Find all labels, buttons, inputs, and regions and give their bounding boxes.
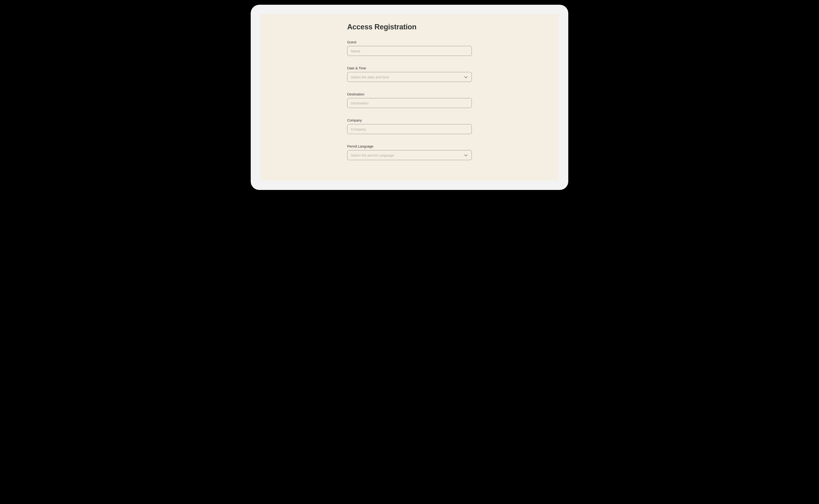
company-label: Company [347,118,472,122]
datetime-label: Date & Time [347,66,472,70]
content-area: Access Registration Guest Date & Time Se… [260,14,559,180]
datetime-field-group: Date & Time Select the date and time [347,66,472,82]
company-field-group: Company [347,118,472,134]
page-title: Access Registration [347,23,472,31]
company-input[interactable] [347,124,472,134]
permit-language-select-wrapper: Select the permit Language [347,150,472,160]
destination-input[interactable] [347,98,472,108]
datetime-placeholder: Select the date and time [351,75,389,79]
permit-language-field-group: Permit Language Select the permit Langua… [347,144,472,160]
datetime-select-wrapper: Select the date and time [347,72,472,82]
registration-form: Access Registration Guest Date & Time Se… [347,23,472,180]
destination-label: Destination [347,92,472,96]
permit-language-label: Permit Language [347,144,472,148]
guest-field-group: Guest [347,40,472,56]
guest-label: Guest [347,40,472,44]
destination-field-group: Destination [347,92,472,108]
permit-language-placeholder: Select the permit Language [351,153,394,157]
device-frame: Access Registration Guest Date & Time Se… [251,5,568,190]
permit-language-select[interactable]: Select the permit Language [347,150,472,160]
datetime-select[interactable]: Select the date and time [347,72,472,82]
guest-input[interactable] [347,46,472,56]
